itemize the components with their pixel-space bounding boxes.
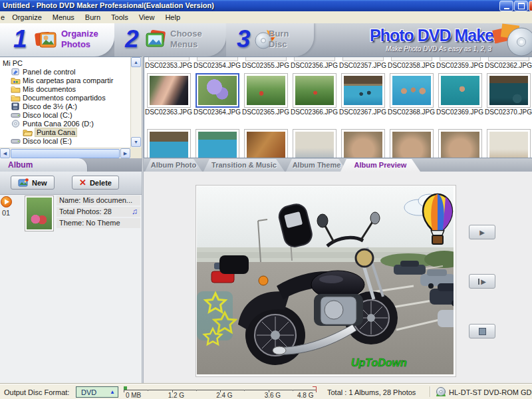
menu-item-burn[interactable]: Burn: [80, 13, 106, 21]
scroll-down-icon[interactable]: ▼: [131, 137, 141, 147]
music-note-icon: ♫: [132, 207, 138, 217]
brand-title: Photo DVD Maker: [370, 26, 499, 45]
hard-drive-icon: [11, 111, 21, 119]
tab-transition-music[interactable]: Transition & Music: [203, 159, 285, 172]
menu-bar: e Organize Menus Burn Tools View Help: [0, 11, 532, 24]
scroll-left-icon[interactable]: ◀: [0, 148, 10, 158]
menu-item-menus[interactable]: Menus: [47, 13, 80, 21]
play-icon: ▶: [479, 229, 485, 236]
thumbnail-cell[interactable]: DSC02362.JPG: [484, 57, 532, 69]
thumbnail-cell[interactable]: DSC02359.JPG: [436, 57, 484, 69]
thumbnail-cell[interactable]: DSC02358.JPG: [387, 57, 436, 69]
thumbnail-cell[interactable]: DSC02363.JPG: [144, 70, 193, 116]
thumbnail-cell[interactable]: DSC02366.JPG: [290, 70, 338, 116]
new-album-button[interactable]: New: [11, 176, 55, 190]
photo-thumbnail: [489, 76, 528, 105]
menu-item-view[interactable]: View: [134, 13, 160, 21]
tree-item-disco-e[interactable]: Disco local (E:): [0, 136, 130, 145]
thumbnail-cell[interactable]: DSC02367.JPG: [338, 70, 387, 116]
thumbnail-cell[interactable]: DSC02368.JPG: [387, 70, 436, 116]
scale-tick-label: 1.2 G: [168, 392, 184, 399]
menu-item-help[interactable]: Help: [160, 13, 186, 21]
thumbnail-cell[interactable]: [338, 126, 387, 158]
menu-item-organize[interactable]: Organize: [7, 13, 47, 21]
tab-album-preview[interactable]: Album Preview: [340, 159, 420, 172]
tab-album-theme[interactable]: Album Theme: [286, 159, 347, 172]
photo-thumbnail: [150, 132, 188, 158]
tree-item-mis-carpetas[interactable]: Mis carpetas para compartir: [0, 76, 130, 84]
thumbnail-cell[interactable]: DSC02369.JPG: [436, 70, 484, 116]
tab-album-photo[interactable]: Album Photo: [145, 159, 202, 172]
thumbnail-cell[interactable]: DSC02354.JPG: [193, 57, 241, 69]
restore-button[interactable]: [514, 1, 528, 11]
step-number-2: 2: [125, 24, 139, 55]
photo-thumbnail: [247, 76, 285, 105]
album-panel: Album New ✕ Delete 01 Name: Mis documen.…: [0, 158, 142, 384]
tree-item-panel-de-control[interactable]: Panel de control: [0, 67, 130, 76]
disc-format-dropdown[interactable]: DVD ▲: [76, 386, 118, 398]
delete-album-button[interactable]: ✕ Delete: [72, 176, 119, 190]
album-item[interactable]: [25, 196, 54, 231]
thumbnail-cell[interactable]: DSC02370.JPG: [484, 70, 532, 116]
scale-tick-label: 4.8 G: [297, 392, 313, 399]
tree-item-documentos-compartidos[interactable]: Documentos compartidos: [0, 93, 130, 102]
delete-x-icon: ✕: [79, 178, 86, 187]
scrollbar-thumb[interactable]: [11, 149, 120, 158]
tree-horizontal-scrollbar[interactable]: ◀ ▶: [0, 148, 130, 159]
album-panel-title: Album: [0, 160, 33, 170]
thumbnail-cell[interactable]: [484, 126, 532, 158]
title-bar: Untitled - Photo DVD Maker Professional(…: [0, 0, 532, 11]
disc-capacity-scale: 0 MB 1.2 G 2.4 G 3.6 G 4.8 G: [124, 386, 317, 398]
total-summary: Total : 1 Albums, 28 Photos: [327, 388, 416, 396]
motorcycle-photo: UpToDown: [197, 186, 454, 374]
scrollbar-corner: [130, 148, 142, 158]
thumbnail-cell-selected[interactable]: DSC02364.JPG: [193, 70, 241, 116]
cd-drive-icon: [11, 120, 21, 128]
capacity-used-indicator: [124, 386, 127, 390]
thumbnail-cell[interactable]: [193, 126, 241, 158]
thumbnail-cell[interactable]: [290, 126, 338, 158]
minimize-button[interactable]: [499, 1, 513, 11]
scale-tick-label: 2.4 G: [216, 392, 232, 399]
thumbnail-cell[interactable]: DSC02356.JPG: [290, 57, 338, 69]
tree-item-punta-cana[interactable]: Punta Cana: [0, 128, 130, 136]
menu-item-tools[interactable]: Tools: [106, 13, 134, 21]
thumbnail-row-1: DSC02353.JPG DSC02354.JPG DSC02355.JPG D…: [144, 57, 532, 69]
thumbnail-row-2: DSC02363.JPG DSC02364.JPG DSC02365.JPG D…: [144, 70, 532, 116]
step-number-3: 3: [237, 24, 251, 55]
shared-folder-icon: [11, 76, 21, 84]
album-item-theme: Theme: No Theme: [57, 218, 140, 228]
brand-tagline: Make Photo DVD As easy as 1, 2, 3: [386, 45, 491, 53]
tree-item-disco-a[interactable]: Disco de 3½ (A:): [0, 102, 130, 110]
thumbnail-cell[interactable]: [144, 126, 193, 158]
thumbnail-cell[interactable]: [241, 126, 290, 158]
play-button[interactable]: ▶: [469, 225, 495, 239]
thumbnail-cell[interactable]: [387, 126, 436, 158]
stop-button[interactable]: [469, 324, 495, 338]
tree-item-disco-c[interactable]: Disco local (C:): [0, 110, 130, 119]
tree-item-punta-cana-2006[interactable]: Punta Cana 2006 (D:): [0, 119, 130, 128]
thumbnail-cell[interactable]: DSC02365.JPG: [241, 70, 290, 116]
floppy-drive-icon: [11, 102, 21, 110]
menu-item-file-partial[interactable]: e: [0, 13, 7, 21]
close-button[interactable]: ✕: [529, 1, 532, 11]
thumbnail-cell[interactable]: DSC02355.JPG: [241, 57, 290, 69]
scroll-right-icon[interactable]: ▶: [120, 148, 130, 158]
scroll-up-icon[interactable]: ▲: [131, 57, 141, 67]
tabs-bar: Album Photo Transition & Music Album The…: [144, 158, 532, 172]
album-item-details: Name: Mis documen... Total Photos: 28♫ T…: [57, 196, 140, 229]
tree-vertical-scrollbar[interactable]: ▲ ▼: [130, 57, 142, 148]
tree-item-mis-documentos[interactable]: Mis documentos: [0, 84, 130, 93]
minimize-icon: [504, 8, 509, 9]
thumbnail-cell[interactable]: DSC02357.JPG: [338, 57, 387, 69]
tree-item-mi-pc[interactable]: Mi PC: [0, 59, 130, 67]
photo-thumbnail: [150, 76, 188, 105]
folder-tree: Mi PC Panel de control Mis carpetas para…: [0, 59, 130, 145]
disc-format-value: DVD: [76, 388, 110, 396]
open-folder-icon: [23, 128, 33, 136]
thumbnail-cell[interactable]: DSC02353.JPG: [144, 57, 193, 69]
step-forward-button[interactable]: ▶: [469, 274, 495, 289]
album-item-index: 01: [0, 209, 12, 217]
thumbnail-cell[interactable]: [436, 126, 484, 158]
dropdown-arrow-icon: ▲: [110, 389, 118, 395]
